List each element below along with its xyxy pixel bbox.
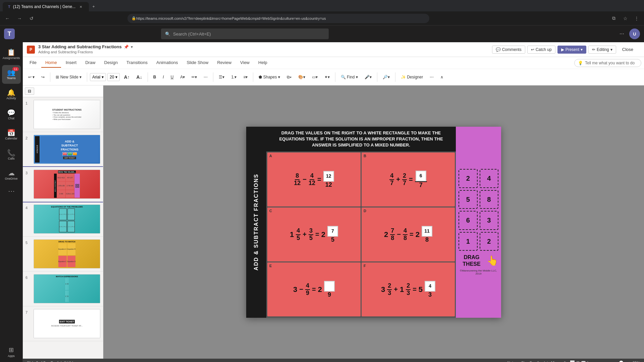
drag-number-1[interactable]: 1	[459, 232, 478, 251]
ribbon-tab-transitions[interactable]: Transitions	[122, 58, 152, 68]
extensions-button[interactable]: ⧉	[609, 14, 619, 23]
redo-button[interactable]: ↪	[39, 73, 47, 81]
drag-number-4[interactable]: 4	[480, 169, 499, 188]
expand-ribbon-button[interactable]: ∧	[438, 73, 446, 81]
zoom-button[interactable]: 🔎▾	[380, 73, 392, 81]
slide-thumb-5[interactable]: 5 DRAG TO MATCH Equation A Equation B Eq…	[23, 237, 103, 272]
equation-cell-A: A 8 12 − 4	[267, 153, 361, 206]
sidebar-item-activity[interactable]: 🔔 Activity	[2, 85, 21, 104]
answer-box-D[interactable]: 11	[422, 226, 432, 237]
slide-area[interactable]: ADD & SUBTRACT FRACTIONS DRAG THE VALUES…	[103, 85, 644, 359]
sidebar-item-assignments[interactable]: 📋 Assignments	[2, 45, 21, 64]
tab-close-button[interactable]: ✕	[78, 4, 84, 9]
effects-button[interactable]: ✦▾	[322, 73, 332, 81]
ppt-dropdown-icon[interactable]: ▾	[131, 45, 133, 49]
ribbon-tab-insert[interactable]: Insert	[62, 58, 81, 68]
bold-button[interactable]: B	[151, 73, 159, 81]
user-avatar[interactable]: U	[629, 28, 640, 39]
ribbon-tab-home[interactable]: Home	[41, 58, 61, 68]
comments-button[interactable]: 💬 Comments	[492, 46, 525, 54]
slide-thumb-6[interactable]: 6 MATCH EXPRESSIONS A B C D	[23, 272, 103, 306]
normal-view-button[interactable]: ⬜	[570, 360, 575, 362]
italic-button[interactable]: I	[160, 73, 166, 81]
more-options-button[interactable]: ⋮	[632, 14, 641, 23]
slide-sorter-button[interactable]: ⊞	[576, 360, 580, 362]
slide-thumb-1[interactable]: 1 STUDENT INSTRUCTIONS • Follow the dire…	[23, 97, 103, 132]
new-slide-button[interactable]: ⊞ New Slide ▾	[53, 73, 84, 81]
find-button[interactable]: 🔍 Find ▾	[338, 73, 361, 81]
font-size-selector[interactable]: 20 ▾	[107, 73, 120, 81]
sidebar-apps-button[interactable]: ⊞ Apps	[2, 343, 21, 362]
bookmark-button[interactable]: ☆	[621, 14, 630, 23]
ribbon-tab-slideshow[interactable]: Slide Show	[182, 58, 212, 68]
address-bar[interactable]: 🔒 https://teams.microsoft.com/v2/?lm=dee…	[127, 14, 429, 23]
sidebar-more-button[interactable]: ⋯	[8, 187, 15, 195]
slide-thumb-3[interactable]: 3 DRAG THE VALUES... ADD & SUBTRACT 8/12…	[23, 167, 103, 202]
sidebar-item-calendar[interactable]: 📅 Calendar	[2, 125, 21, 144]
more-ribbon-button[interactable]: ⋯	[427, 73, 436, 81]
font-decrease-button[interactable]: A↓	[134, 73, 145, 81]
tell-me-input[interactable]: 💡 Tell me what you want to do	[574, 59, 641, 67]
catchup-button[interactable]: ↩ Catch up	[527, 46, 555, 54]
forward-button[interactable]: →	[15, 14, 24, 23]
present-button[interactable]: ▶ Present ▾	[557, 46, 586, 54]
numbering-button[interactable]: 1.▾	[228, 73, 239, 81]
voice-button[interactable]: 🎤▾	[362, 73, 374, 81]
ribbon-tab-help[interactable]: Help	[254, 58, 271, 68]
sidebar-item-chat[interactable]: 💬 Chat	[2, 105, 21, 124]
ribbon-tab-design[interactable]: Design	[100, 58, 122, 68]
align-button[interactable]: ≡▾	[240, 73, 250, 81]
reading-view-button[interactable]: 📖	[581, 360, 586, 362]
arrange-button[interactable]: ⧉▾	[284, 73, 294, 81]
answer-box-C[interactable]: 7	[327, 226, 338, 237]
answer-box-B[interactable]: 6	[416, 171, 426, 181]
drag-number-2b[interactable]: 2	[480, 232, 499, 251]
sidebar-item-teams[interactable]: 👥 11 Teams	[2, 65, 21, 84]
feedback-button[interactable]: Give Feedback to Microsoft	[521, 361, 566, 362]
ribbon-tab-draw[interactable]: Draw	[81, 58, 99, 68]
font-increase-button[interactable]: A↑	[121, 73, 132, 81]
ppt-pin-icon[interactable]: 📌	[124, 45, 129, 49]
ribbon-tab-view[interactable]: View	[236, 58, 254, 68]
sidebar-item-calls[interactable]: 📞 Calls	[2, 145, 21, 164]
answer-box-E[interactable]	[324, 281, 335, 292]
ribbon-tab-animations[interactable]: Animations	[152, 58, 182, 68]
back-button[interactable]: ←	[3, 14, 12, 23]
more-text-button[interactable]: ⋯	[201, 73, 210, 81]
font-name-selector[interactable]: Arial ▾	[90, 73, 106, 81]
undo-button[interactable]: ↩ ▾	[25, 73, 37, 81]
drag-number-3[interactable]: 3	[480, 211, 499, 230]
notes-button[interactable]: Notes	[507, 361, 517, 362]
underline-button[interactable]: U	[168, 73, 176, 81]
answer-box-F[interactable]: 4	[425, 281, 435, 292]
answer-box-A-top[interactable]: 12	[323, 171, 334, 182]
designer-button[interactable]: ✨ Designer	[398, 73, 426, 81]
fill-color-button[interactable]: 🎨▾	[296, 73, 308, 81]
refresh-button[interactable]: ↺	[27, 14, 36, 23]
close-button[interactable]: Close	[618, 46, 637, 53]
editing-button[interactable]: ✏ Editing ▾	[588, 46, 616, 54]
bullets-button[interactable]: ☰▾	[216, 73, 227, 81]
slide-thumb-7[interactable]: 7 EXIT TICKET ACCESS YOUR EXIT TICKET AT…	[23, 306, 103, 341]
ribbon-tab-review[interactable]: Review	[213, 58, 235, 68]
outline-button[interactable]: ▭▾	[309, 73, 320, 81]
more-menu-button[interactable]: ⋯	[617, 29, 627, 39]
sidebar-item-onedrive[interactable]: ☁ OneDrive	[2, 166, 21, 184]
slide-thumb-4[interactable]: 4 EQUATIONS OF THE PROBLEMS □ + □ = □ □ …	[23, 202, 103, 237]
new-tab-button[interactable]: ＋	[89, 2, 98, 11]
ribbon-tab-file[interactable]: File	[25, 58, 41, 68]
top-search-bar[interactable]: 🔍 Search (Ctrl+Alt+E)	[161, 28, 329, 39]
slide-panel-toggle[interactable]: ⊟	[25, 87, 34, 95]
zoom-in-button[interactable]: +	[628, 360, 631, 362]
shapes-button[interactable]: ⬟ Shapes ▾	[256, 73, 282, 81]
drag-number-8[interactable]: 8	[480, 190, 499, 209]
drag-number-5[interactable]: 5	[459, 190, 478, 209]
zoom-out-button[interactable]: −	[594, 360, 597, 362]
slide-thumb-2[interactable]: 2 ADD&SUB ADD & SUBTRACT FRACTIONS	[23, 132, 103, 167]
highlight-button[interactable]: ✏▾	[189, 73, 200, 81]
active-tab[interactable]: T (12) Teams and Channels | Gene... ✕	[3, 2, 89, 11]
text-color-button[interactable]: A▾	[177, 73, 187, 81]
drag-number-2a[interactable]: 2	[459, 169, 478, 188]
slideshow-button[interactable]: ▶	[587, 360, 590, 362]
drag-number-6[interactable]: 6	[459, 211, 478, 230]
